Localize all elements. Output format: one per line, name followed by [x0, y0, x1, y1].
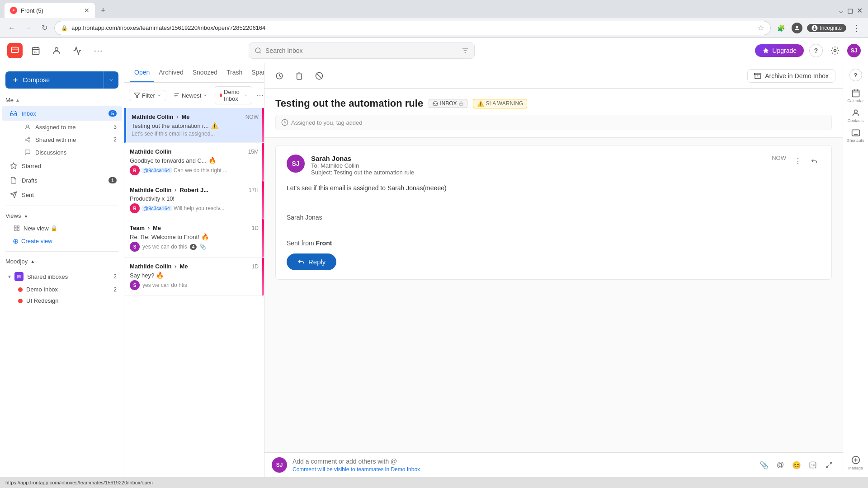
spam-btn[interactable]: [311, 68, 327, 84]
conv-item-5[interactable]: Mathilde Collin Me 1D Say hey? 🔥: [124, 258, 264, 296]
svg-line-21: [27, 138, 28, 139]
alarm-btn[interactable]: [272, 68, 287, 84]
emoji-btn[interactable]: 😊: [790, 459, 803, 471]
conv-mention-2: @9c3ca164: [142, 168, 172, 173]
contacts-rs-btn[interactable]: Contacts: [847, 107, 865, 125]
email-view: Archive in Demo Inbox Testing out the au…: [264, 63, 843, 477]
conv-indicator-4: [262, 219, 264, 257]
tab-title: Front (5): [21, 7, 80, 14]
back-btn[interactable]: ←: [5, 22, 18, 34]
sidebar-item-inbox[interactable]: Inbox 5: [2, 106, 122, 121]
manage-rs-label: Manage: [848, 466, 863, 470]
moodjoy-header[interactable]: Moodjoy ▲: [0, 255, 124, 267]
status-url: https://app.frontapp.com/inboxes/teammat…: [5, 480, 153, 485]
svg-rect-0: [12, 47, 19, 52]
archive-btn[interactable]: Archive in Demo Inbox: [747, 69, 835, 83]
comment-input[interactable]: [292, 458, 752, 465]
message-from-front: Sent from Front: [287, 238, 821, 248]
shared-inboxes-header[interactable]: ▼ M Shared inboxes 2: [2, 269, 122, 284]
tab-close-btn[interactable]: ✕: [84, 7, 90, 14]
new-tab-btn[interactable]: +: [97, 4, 109, 17]
conv-indicator-2: [262, 143, 264, 181]
tab-open[interactable]: Open: [130, 63, 154, 82]
shortcuts-rs-btn[interactable]: Shortcuts: [847, 127, 865, 145]
sidebar-item-new-view[interactable]: New view 🔒: [2, 222, 122, 235]
sidebar-item-sent[interactable]: Sent: [2, 188, 122, 202]
attachment-btn[interactable]: 📎: [758, 459, 770, 471]
delete-btn[interactable]: [292, 68, 307, 84]
calendar-rs-btn[interactable]: Calendar: [847, 87, 865, 105]
conv-item-4[interactable]: Team Me 1D Re: Re: Welcome to Front! 🔥: [124, 219, 264, 258]
extensions-btn[interactable]: 🧩: [774, 22, 787, 34]
sidebar-item-starred[interactable]: Starred: [2, 159, 122, 173]
tab-bar-close[interactable]: ✕: [857, 6, 863, 15]
sidebar-item-discussions[interactable]: Discussions: [2, 146, 122, 159]
conv-item-2[interactable]: Mathilde Collin 15M Goodbye to forwards …: [124, 143, 264, 181]
calendar-header-btn[interactable]: 91: [28, 43, 43, 58]
gif-btn[interactable]: GIF: [807, 459, 819, 471]
tab-trash[interactable]: Trash: [222, 63, 247, 82]
fire-icon-2: 🔥: [208, 157, 216, 164]
mention-btn[interactable]: @: [774, 459, 787, 471]
upgrade-btn[interactable]: Upgrade: [755, 44, 804, 57]
help-tips-btn[interactable]: ?: [849, 69, 862, 81]
forward-btn[interactable]: →: [22, 22, 34, 34]
star-icon[interactable]: ☆: [758, 23, 764, 32]
svg-point-13: [834, 49, 836, 52]
search-bar[interactable]: [249, 42, 475, 59]
comment-avatar: SJ: [272, 457, 287, 473]
browser-tab[interactable]: F Front (5) ✕: [5, 3, 95, 18]
incognito-btn[interactable]: Incognito: [807, 24, 846, 32]
views-header[interactable]: Views ▲: [0, 210, 124, 222]
user-avatar[interactable]: SJ: [847, 44, 861, 57]
middle-content: Open Archived Snoozed Trash Spam Filter: [124, 63, 843, 477]
message-sender-name: Sarah Jonas: [311, 155, 772, 162]
sidebar-item-demo-inbox[interactable]: Demo Inbox 2: [2, 284, 122, 295]
sidebar-item-assigned[interactable]: Assigned to me 3: [2, 121, 122, 133]
sidebar-item-create-view[interactable]: ⊕ Create view: [2, 235, 122, 248]
message-reply-btn[interactable]: [808, 155, 821, 167]
conv-item-1[interactable]: Mathilde Collin Me NOW Testing out the a…: [124, 108, 264, 143]
settings-btn[interactable]: [828, 44, 842, 57]
svg-rect-25: [14, 226, 16, 228]
conv-item-3[interactable]: Mathilde Collin Robert J... 17H Producti…: [124, 181, 264, 219]
search-input[interactable]: [265, 47, 458, 54]
me-section-header[interactable]: Me ▲: [0, 94, 124, 106]
inbox-label: Inbox: [22, 110, 108, 117]
tab-bar-minimize[interactable]: ⌵: [839, 6, 844, 15]
message-more-btn[interactable]: ⋮: [792, 155, 804, 167]
svg-marker-29: [134, 93, 140, 98]
contacts-header-btn[interactable]: [49, 43, 64, 58]
expand-btn[interactable]: [823, 459, 835, 471]
conv-more-btn[interactable]: ⋯: [256, 89, 264, 102]
more-header-btn[interactable]: ⋯: [90, 43, 106, 58]
tab-spam[interactable]: Spam: [247, 63, 264, 82]
fire-icon-4: 🔥: [201, 233, 209, 240]
upgrade-label: Upgrade: [772, 47, 797, 54]
sidebar-item-drafts[interactable]: Drafts 1: [2, 173, 122, 188]
manage-rs-btn[interactable]: Manage: [847, 454, 865, 472]
browser-menu-btn[interactable]: ⋮: [850, 22, 863, 34]
sidebar-item-ui-redesign[interactable]: UI Redesign: [2, 295, 122, 306]
sort-btn[interactable]: Newest: [174, 92, 208, 99]
tab-bar-restore[interactable]: ◻: [847, 6, 853, 15]
moodjoy-label: Moodjoy: [5, 258, 28, 265]
analytics-header-btn[interactable]: [70, 43, 85, 58]
tab-favicon: F: [10, 7, 17, 14]
reply-btn[interactable]: Reply: [287, 253, 336, 270]
help-btn[interactable]: ?: [809, 44, 823, 57]
reload-btn[interactable]: ↻: [38, 22, 51, 34]
compose-dropdown-arrow[interactable]: [104, 77, 118, 83]
profile-btn[interactable]: [791, 22, 803, 34]
tab-archived[interactable]: Archived: [154, 63, 188, 82]
address-bar[interactable]: 🔒 app.frontapp.com/inboxes/teammates/156…: [54, 21, 771, 35]
filter-btn[interactable]: Filter: [129, 90, 166, 101]
inbox-selector[interactable]: Demo Inbox: [215, 86, 252, 104]
message-signature: Sarah Jonas: [287, 212, 821, 222]
tab-snoozed[interactable]: Snoozed: [188, 63, 222, 82]
conversation-panel: Open Archived Snoozed Trash Spam Filter: [124, 63, 264, 477]
sidebar-item-shared[interactable]: Shared with me 2: [2, 133, 122, 146]
conv-subject-1: Testing out the automation r... ⚠️: [132, 122, 259, 129]
conv-preview-3: R @9c3ca164 Will help you resolv...: [130, 203, 259, 213]
compose-btn[interactable]: Compose: [5, 71, 118, 89]
